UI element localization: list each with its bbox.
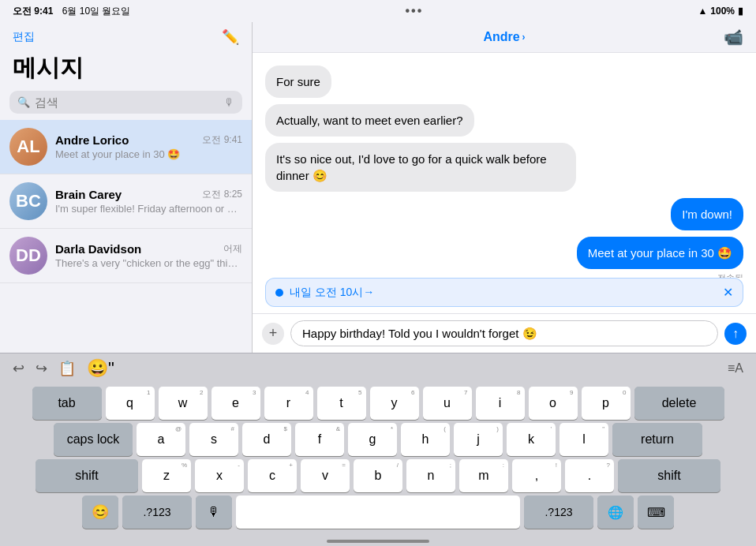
k-key[interactable]: 'k — [507, 423, 556, 456]
redo-button[interactable]: ↪ — [36, 360, 47, 377]
n-key[interactable]: ;n — [406, 459, 455, 492]
m-key[interactable]: :m — [459, 459, 508, 492]
keyboard: tab 1q 2w 3e 4r 5t 6y 7u 8i 9o 0p delete… — [0, 383, 756, 535]
messages-area: For sureActually, want to meet even earl… — [253, 53, 756, 278]
comma-key[interactable]: !, — [512, 459, 561, 492]
message-bubble-3: I'm down! — [671, 198, 743, 230]
text-format-button[interactable]: ≡A — [728, 361, 743, 376]
convo-preview-2: There's a very "chicken or the egg" thin… — [55, 257, 242, 269]
mic-key[interactable]: 🎙 — [196, 496, 232, 529]
f-key[interactable]: &f — [295, 423, 344, 456]
status-center: ••• — [406, 4, 424, 18]
schedule-text: 내일 오전 10시→ — [290, 286, 717, 300]
conversation-item-1[interactable]: BC Brain Carey 오전 8:25 I'm super flexibl… — [0, 174, 252, 229]
compose-button[interactable]: ✏️ — [222, 28, 239, 46]
schedule-dot-icon — [275, 289, 283, 297]
p-key[interactable]: 0p — [582, 387, 631, 420]
shift-right-key[interactable]: shift — [618, 459, 720, 492]
sidebar-header: 편집 ✏️ — [0, 22, 252, 49]
home-bar — [327, 540, 429, 543]
message-bubble-4: Meet at your place in 30 🤩 — [577, 237, 743, 269]
video-call-button[interactable]: 📹 — [724, 28, 743, 47]
message-bubble-1: Actually, want to meet even earlier? — [265, 104, 474, 136]
chat-contact-name: Andre — [483, 30, 519, 44]
sidebar-title: 메시지 — [0, 49, 252, 91]
convo-info-0: Andre Lorico 오전 9:41 Meet at your place … — [55, 133, 242, 160]
chat-header: Andre › 📹 — [253, 22, 756, 53]
conversation-list: AL Andre Lorico 오전 9:41 Meet at your pla… — [0, 120, 252, 353]
status-time-date: 오전 9:41 6월 10일 월요일 — [13, 5, 130, 18]
undo-button[interactable]: ↩ — [13, 360, 24, 377]
battery-label: 100% — [710, 6, 735, 17]
globe-key[interactable]: 🌐 — [597, 496, 634, 529]
search-bar[interactable]: 🔍 🎙 — [9, 91, 242, 114]
b-key[interactable]: /b — [354, 459, 402, 492]
schedule-close-button[interactable]: ✕ — [723, 285, 733, 300]
convo-time-2: 어제 — [223, 242, 242, 256]
convo-preview-0: Meet at your place in 30 🤩 — [55, 148, 242, 160]
status-bar: 오전 9:41 6월 10일 월요일 ••• ▲ 100% ▮ — [0, 0, 756, 22]
conversation-item-2[interactable]: DD Darla Davidson 어제 There's a very "chi… — [0, 229, 252, 283]
avatar-1: BC — [9, 182, 47, 220]
y-key[interactable]: 6y — [370, 387, 419, 420]
v-key[interactable]: =v — [301, 459, 350, 492]
paste-button[interactable]: 📋 — [58, 360, 76, 377]
conversation-item-0[interactable]: AL Andre Lorico 오전 9:41 Meet at your pla… — [0, 120, 252, 174]
keyboard-row-1: tab 1q 2w 3e 4r 5t 6y 7u 8i 9o 0p delete — [3, 387, 753, 420]
toolbar-left: ↩ ↪ 📋 😀" — [13, 358, 114, 379]
keyboard-row-4: 😊 .?123 🎙 .?123 🌐 ⌨ — [3, 496, 753, 529]
o-key[interactable]: 9o — [529, 387, 578, 420]
message-status: 전송됨 — [717, 272, 743, 278]
number-key-right[interactable]: .?123 — [524, 496, 593, 529]
shift-left-key[interactable]: shift — [36, 459, 138, 492]
j-key[interactable]: )j — [454, 423, 503, 456]
convo-info-2: Darla Davidson 어제 There's a very "chicke… — [55, 242, 242, 269]
convo-time-0: 오전 9:41 — [202, 133, 242, 147]
l-key[interactable]: "l — [560, 423, 608, 456]
w-key[interactable]: 2w — [159, 387, 208, 420]
convo-name-0: Andre Lorico — [55, 133, 129, 147]
message-bubble-0: For sure — [265, 65, 331, 98]
edit-button[interactable]: 편집 — [13, 30, 35, 44]
message-input-field[interactable] — [290, 320, 718, 346]
return-key[interactable]: return — [612, 423, 702, 456]
period-key[interactable]: ?. — [565, 459, 614, 492]
chat-area: Andre › 📹 For sureActually, want to meet… — [253, 22, 756, 353]
u-key[interactable]: 7u — [423, 387, 472, 420]
emoji-button[interactable]: 😀" — [87, 358, 114, 379]
e-key[interactable]: 3e — [211, 387, 260, 420]
tab-key[interactable]: tab — [32, 387, 102, 420]
status-date: 6월 10일 월요일 — [62, 6, 131, 17]
chat-header-name[interactable]: Andre › — [483, 30, 525, 44]
schedule-banner: 내일 오전 10시→ ✕ — [265, 278, 743, 307]
send-button[interactable]: ↑ — [724, 323, 747, 345]
delete-key[interactable]: delete — [634, 387, 724, 420]
convo-time-1: 오전 8:25 — [202, 188, 242, 201]
t-key[interactable]: 5t — [317, 387, 366, 420]
z-key[interactable]: %z — [142, 459, 191, 492]
h-key[interactable]: (h — [401, 423, 450, 456]
d-key[interactable]: $d — [242, 423, 291, 456]
g-key[interactable]: *g — [348, 423, 397, 456]
emoji-key[interactable]: 😊 — [82, 496, 118, 529]
s-key[interactable]: #s — [189, 423, 238, 456]
add-attachment-button[interactable]: + — [262, 323, 284, 345]
mic-icon[interactable]: 🎙 — [224, 96, 234, 108]
q-key[interactable]: 1q — [106, 387, 155, 420]
caps-lock-key[interactable]: caps lock — [54, 423, 133, 456]
number-key[interactable]: .?123 — [122, 496, 192, 529]
x-key[interactable]: -x — [195, 459, 244, 492]
status-right: ▲ 100% ▮ — [698, 6, 743, 17]
keyboard-row-3: shift %z -x +c =v /b ;n :m !, ?. shift — [3, 459, 753, 492]
space-key[interactable] — [236, 496, 520, 529]
c-key[interactable]: +c — [248, 459, 297, 492]
r-key[interactable]: 4r — [264, 387, 313, 420]
dots-menu-icon: ••• — [406, 4, 424, 18]
a-key[interactable]: @a — [137, 423, 185, 456]
search-input[interactable] — [35, 95, 219, 109]
message-bubble-2: It's so nice out, I'd love to go for a q… — [265, 143, 576, 192]
i-key[interactable]: 8i — [476, 387, 525, 420]
keyboard-hide-key[interactable]: ⌨ — [638, 496, 674, 529]
avatar-0: AL — [9, 128, 47, 166]
home-indicator — [0, 535, 756, 546]
